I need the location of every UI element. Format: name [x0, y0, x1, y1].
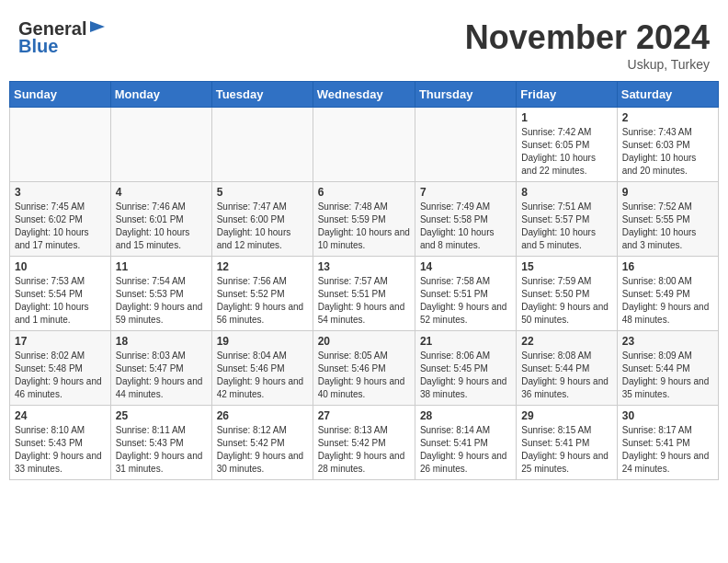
calendar-week-3: 10Sunrise: 7:53 AM Sunset: 5:54 PM Dayli… — [10, 257, 719, 331]
calendar-cell: 26Sunrise: 8:12 AM Sunset: 5:42 PM Dayli… — [211, 406, 313, 480]
day-number: 3 — [15, 186, 106, 199]
calendar-cell: 15Sunrise: 7:59 AM Sunset: 5:50 PM Dayli… — [517, 257, 617, 331]
calendar-table: SundayMondayTuesdayWednesdayThursdayFrid… — [9, 81, 719, 480]
cell-content: Sunrise: 8:00 AM Sunset: 5:49 PM Dayligh… — [622, 275, 713, 327]
day-number: 18 — [116, 335, 207, 348]
calendar-cell: 10Sunrise: 7:53 AM Sunset: 5:54 PM Dayli… — [10, 257, 111, 331]
day-number: 12 — [217, 260, 308, 273]
day-number: 19 — [217, 335, 308, 348]
cell-content: Sunrise: 7:47 AM Sunset: 6:00 PM Dayligh… — [217, 201, 308, 252]
cell-content: Sunrise: 8:14 AM Sunset: 5:41 PM Dayligh… — [420, 424, 511, 476]
calendar-cell: 29Sunrise: 8:15 AM Sunset: 5:41 PM Dayli… — [517, 406, 617, 480]
day-number: 21 — [420, 335, 511, 348]
calendar-cell: 14Sunrise: 7:58 AM Sunset: 5:51 PM Dayli… — [415, 257, 516, 331]
cell-content: Sunrise: 8:17 AM Sunset: 5:41 PM Dayligh… — [622, 424, 713, 476]
calendar-cell — [10, 108, 111, 182]
calendar-cell: 16Sunrise: 8:00 AM Sunset: 5:49 PM Dayli… — [617, 257, 718, 331]
header-thursday: Thursday — [415, 82, 516, 108]
calendar-cell: 18Sunrise: 8:03 AM Sunset: 5:47 PM Dayli… — [110, 331, 211, 406]
calendar-cell: 21Sunrise: 8:06 AM Sunset: 5:45 PM Dayli… — [415, 331, 516, 406]
svg-marker-0 — [90, 21, 105, 32]
cell-content: Sunrise: 7:53 AM Sunset: 5:54 PM Dayligh… — [15, 275, 106, 327]
day-number: 30 — [622, 409, 713, 422]
cell-content: Sunrise: 7:58 AM Sunset: 5:51 PM Dayligh… — [420, 275, 511, 327]
calendar-cell: 9Sunrise: 7:52 AM Sunset: 5:55 PM Daylig… — [617, 182, 718, 257]
calendar-cell: 22Sunrise: 8:08 AM Sunset: 5:44 PM Dayli… — [517, 331, 617, 406]
cell-content: Sunrise: 8:05 AM Sunset: 5:46 PM Dayligh… — [318, 350, 410, 401]
cell-content: Sunrise: 8:10 AM Sunset: 5:43 PM Dayligh… — [15, 424, 106, 476]
calendar-week-4: 17Sunrise: 8:02 AM Sunset: 5:48 PM Dayli… — [10, 331, 719, 406]
header-sunday: Sunday — [10, 82, 111, 108]
cell-content: Sunrise: 7:57 AM Sunset: 5:51 PM Dayligh… — [318, 275, 410, 327]
calendar-week-1: 1Sunrise: 7:42 AM Sunset: 6:05 PM Daylig… — [10, 108, 719, 182]
calendar-cell: 5Sunrise: 7:47 AM Sunset: 6:00 PM Daylig… — [211, 182, 313, 257]
calendar-body: 1Sunrise: 7:42 AM Sunset: 6:05 PM Daylig… — [10, 108, 719, 480]
day-number: 8 — [521, 186, 611, 199]
day-number: 7 — [420, 186, 511, 199]
day-number: 16 — [622, 260, 713, 273]
day-number: 24 — [15, 409, 106, 422]
day-number: 15 — [521, 260, 611, 273]
calendar-cell — [313, 108, 415, 182]
day-number: 10 — [15, 260, 106, 273]
day-number: 13 — [318, 260, 410, 273]
cell-content: Sunrise: 7:52 AM Sunset: 5:55 PM Dayligh… — [622, 201, 713, 252]
cell-content: Sunrise: 7:43 AM Sunset: 6:03 PM Dayligh… — [622, 126, 713, 178]
calendar-cell: 8Sunrise: 7:51 AM Sunset: 5:57 PM Daylig… — [517, 182, 617, 257]
month-title: November 2024 — [465, 18, 710, 57]
cell-content: Sunrise: 7:49 AM Sunset: 5:58 PM Dayligh… — [420, 201, 511, 252]
cell-content: Sunrise: 7:48 AM Sunset: 5:59 PM Dayligh… — [318, 201, 410, 252]
calendar-week-2: 3Sunrise: 7:45 AM Sunset: 6:02 PM Daylig… — [10, 182, 719, 257]
calendar-cell: 19Sunrise: 8:04 AM Sunset: 5:46 PM Dayli… — [211, 331, 313, 406]
calendar-cell: 17Sunrise: 8:02 AM Sunset: 5:48 PM Dayli… — [10, 331, 111, 406]
location-text: Uskup, Turkey — [465, 57, 710, 72]
calendar-cell: 4Sunrise: 7:46 AM Sunset: 6:01 PM Daylig… — [110, 182, 211, 257]
cell-content: Sunrise: 8:15 AM Sunset: 5:41 PM Dayligh… — [521, 424, 611, 476]
cell-content: Sunrise: 7:51 AM Sunset: 5:57 PM Dayligh… — [521, 201, 611, 252]
day-number: 25 — [116, 409, 207, 422]
calendar-cell: 6Sunrise: 7:48 AM Sunset: 5:59 PM Daylig… — [313, 182, 415, 257]
calendar-cell: 13Sunrise: 7:57 AM Sunset: 5:51 PM Dayli… — [313, 257, 415, 331]
header-friday: Friday — [517, 82, 617, 108]
calendar-cell: 30Sunrise: 8:17 AM Sunset: 5:41 PM Dayli… — [617, 406, 718, 480]
day-number: 6 — [318, 186, 410, 199]
calendar-cell: 27Sunrise: 8:13 AM Sunset: 5:42 PM Dayli… — [313, 406, 415, 480]
calendar-cell: 2Sunrise: 7:43 AM Sunset: 6:03 PM Daylig… — [617, 108, 718, 182]
cell-content: Sunrise: 7:42 AM Sunset: 6:05 PM Dayligh… — [521, 126, 611, 178]
cell-content: Sunrise: 7:45 AM Sunset: 6:02 PM Dayligh… — [15, 201, 106, 252]
day-number: 17 — [15, 335, 106, 348]
calendar-cell: 3Sunrise: 7:45 AM Sunset: 6:02 PM Daylig… — [10, 182, 111, 257]
header-wednesday: Wednesday — [313, 82, 415, 108]
cell-content: Sunrise: 8:02 AM Sunset: 5:48 PM Dayligh… — [15, 350, 106, 401]
page-header: General Blue November 2024 Uskup, Turkey — [9, 9, 719, 76]
calendar-cell: 1Sunrise: 7:42 AM Sunset: 6:05 PM Daylig… — [517, 108, 617, 182]
cell-content: Sunrise: 8:09 AM Sunset: 5:44 PM Dayligh… — [622, 350, 713, 401]
cell-content: Sunrise: 8:08 AM Sunset: 5:44 PM Dayligh… — [521, 350, 611, 401]
day-number: 23 — [622, 335, 713, 348]
cell-content: Sunrise: 7:59 AM Sunset: 5:50 PM Dayligh… — [521, 275, 611, 327]
calendar-week-5: 24Sunrise: 8:10 AM Sunset: 5:43 PM Dayli… — [10, 406, 719, 480]
calendar-cell: 20Sunrise: 8:05 AM Sunset: 5:46 PM Dayli… — [313, 331, 415, 406]
calendar-header-row: SundayMondayTuesdayWednesdayThursdayFrid… — [10, 82, 719, 108]
header-monday: Monday — [110, 82, 211, 108]
cell-content: Sunrise: 7:56 AM Sunset: 5:52 PM Dayligh… — [217, 275, 308, 327]
day-number: 14 — [420, 260, 511, 273]
day-number: 11 — [116, 260, 207, 273]
cell-content: Sunrise: 7:54 AM Sunset: 5:53 PM Dayligh… — [116, 275, 207, 327]
day-number: 26 — [217, 409, 308, 422]
day-number: 28 — [420, 409, 511, 422]
calendar-cell: 11Sunrise: 7:54 AM Sunset: 5:53 PM Dayli… — [110, 257, 211, 331]
calendar-cell: 28Sunrise: 8:14 AM Sunset: 5:41 PM Dayli… — [415, 406, 516, 480]
title-block: November 2024 Uskup, Turkey — [465, 18, 710, 72]
cell-content: Sunrise: 8:11 AM Sunset: 5:43 PM Dayligh… — [116, 424, 207, 476]
day-number: 22 — [521, 335, 611, 348]
calendar-cell: 25Sunrise: 8:11 AM Sunset: 5:43 PM Dayli… — [110, 406, 211, 480]
header-tuesday: Tuesday — [211, 82, 313, 108]
day-number: 29 — [521, 409, 611, 422]
cell-content: Sunrise: 7:46 AM Sunset: 6:01 PM Dayligh… — [116, 201, 207, 252]
header-saturday: Saturday — [617, 82, 718, 108]
calendar-cell: 23Sunrise: 8:09 AM Sunset: 5:44 PM Dayli… — [617, 331, 718, 406]
cell-content: Sunrise: 8:04 AM Sunset: 5:46 PM Dayligh… — [217, 350, 308, 401]
calendar-cell — [415, 108, 516, 182]
logo-flag-icon — [88, 19, 107, 38]
